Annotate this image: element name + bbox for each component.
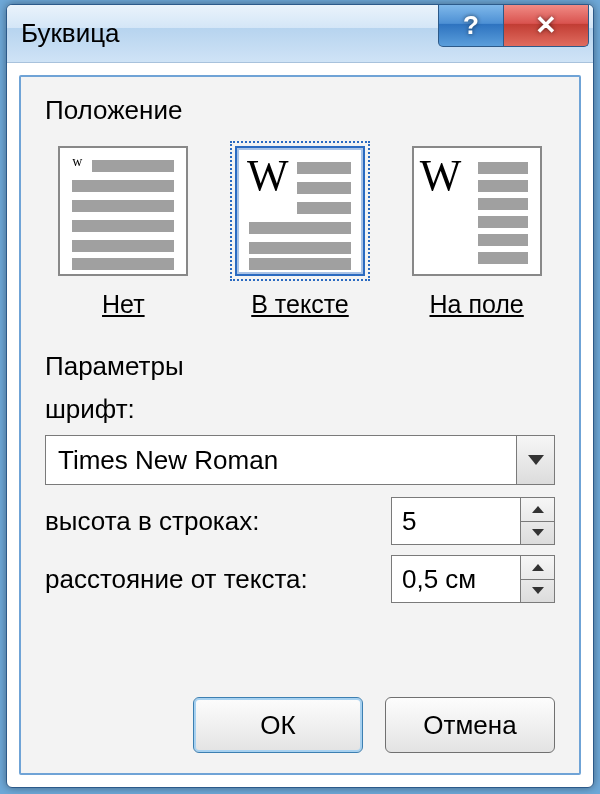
cancel-button[interactable]: Отмена (385, 697, 555, 753)
distance-value[interactable]: 0,5 см (391, 555, 521, 603)
spinner-down-icon[interactable] (521, 580, 554, 603)
titlebar-buttons: ? ✕ (439, 5, 589, 47)
dialog-title: Буквица (21, 18, 120, 49)
position-option-margin[interactable]: W На поле (412, 146, 542, 319)
lines-spinner[interactable]: 5 (391, 497, 555, 545)
position-option-intext[interactable]: W В тексте (235, 146, 365, 319)
position-option-margin-label: На поле (429, 290, 523, 319)
distance-label: расстояние от текста: (45, 564, 308, 595)
font-combobox[interactable]: Times New Roman (45, 435, 555, 485)
help-button[interactable]: ? (438, 5, 504, 47)
spinner-arrows (521, 497, 555, 545)
ok-button-label: ОК (260, 710, 295, 741)
lines-label: высота в строках: (45, 506, 259, 537)
client-area: Положение w Нет W (19, 75, 581, 775)
font-value: Times New Roman (58, 445, 278, 476)
position-group-label: Положение (45, 95, 555, 126)
distance-spinner[interactable]: 0,5 см (391, 555, 555, 603)
ok-button[interactable]: ОК (193, 697, 363, 753)
cancel-button-label: Отмена (423, 710, 516, 741)
position-options: w Нет W (45, 146, 555, 319)
spinner-arrows (521, 555, 555, 603)
dropdown-icon[interactable] (516, 436, 554, 484)
dialog-footer: ОК Отмена (45, 677, 555, 753)
position-option-none[interactable]: w Нет (58, 146, 188, 319)
close-button[interactable]: ✕ (503, 5, 589, 47)
parameters-group: Параметры шрифт: Times New Roman высота … (45, 351, 555, 613)
position-option-none-label: Нет (102, 290, 145, 319)
lines-value[interactable]: 5 (391, 497, 521, 545)
help-icon: ? (463, 10, 479, 41)
titlebar: Буквица ? ✕ (7, 5, 593, 63)
position-option-intext-label: В тексте (251, 290, 349, 319)
close-icon: ✕ (535, 10, 557, 41)
font-label: шрифт: (45, 394, 135, 425)
spinner-up-icon[interactable] (521, 556, 554, 580)
preview-intext-icon: W (235, 146, 365, 276)
spinner-down-icon[interactable] (521, 522, 554, 545)
dialog-window: Буквица ? ✕ Положение w (6, 4, 594, 788)
parameters-group-label: Параметры (45, 351, 555, 382)
preview-none-icon: w (58, 146, 188, 276)
preview-margin-icon: W (412, 146, 542, 276)
spinner-up-icon[interactable] (521, 498, 554, 522)
